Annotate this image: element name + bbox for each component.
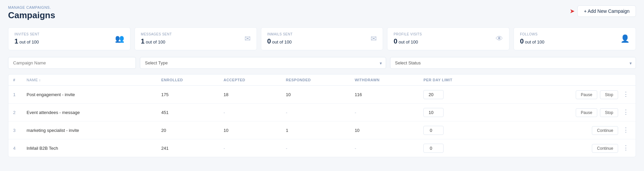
stat-label-inmails: INMAILS SENT bbox=[267, 32, 293, 36]
row-per-day bbox=[419, 104, 506, 121]
campaign-name-input[interactable] bbox=[8, 57, 136, 69]
more-options-button[interactable]: ⋮ bbox=[621, 125, 631, 134]
per-day-input[interactable] bbox=[423, 90, 444, 99]
row-responded: 1 bbox=[281, 121, 350, 139]
row-num: 2 bbox=[8, 104, 22, 121]
pause-button[interactable]: Pause bbox=[576, 108, 597, 117]
more-options-button[interactable]: ⋮ bbox=[621, 90, 631, 98]
profile-visits-icon: 👁 bbox=[496, 34, 503, 43]
select-type-dropdown[interactable]: Select Type bbox=[140, 57, 386, 69]
campaigns-table-container: # NAME ↕ ENROLLED ACCEPTED RESPONDED WIT… bbox=[8, 74, 636, 157]
col-header-enrolled: ENROLLED bbox=[157, 75, 219, 86]
col-header-per-day: PER DAY LIMIT bbox=[419, 75, 506, 86]
stat-value-messages: 1 out of 100 bbox=[141, 37, 172, 45]
pause-button[interactable]: Pause bbox=[576, 90, 597, 99]
select-type-wrapper[interactable]: Select Type bbox=[140, 57, 386, 69]
table-header-row: # NAME ↕ ENROLLED ACCEPTED RESPONDED WIT… bbox=[8, 75, 636, 86]
follows-icon: 👤 bbox=[620, 34, 630, 43]
stat-invites-sent: INVITES SENT 1 out of 100 👥 bbox=[8, 27, 130, 50]
stats-row: INVITES SENT 1 out of 100 👥 MESSAGES SEN… bbox=[8, 27, 636, 50]
row-withdrawn: 116 bbox=[350, 86, 419, 104]
stat-label-profile-visits: PROFILE VISITS bbox=[393, 32, 422, 36]
row-enrolled: 175 bbox=[157, 86, 219, 104]
col-header-actions bbox=[506, 75, 636, 86]
stat-value-profile-visits: 0 out of 100 bbox=[393, 37, 422, 45]
row-actions: Continue ⋮ bbox=[506, 139, 636, 157]
row-accepted: 18 bbox=[219, 86, 281, 104]
page-title: Campaigns bbox=[8, 10, 55, 21]
stat-messages-sent: MESSAGES SENT 1 out of 100 ✉ bbox=[135, 27, 257, 50]
col-header-num: # bbox=[8, 75, 22, 86]
sort-icon: ↕ bbox=[39, 78, 41, 82]
inmails-icon: ✉ bbox=[371, 34, 377, 43]
row-num: 3 bbox=[8, 121, 22, 139]
row-per-day bbox=[419, 86, 506, 104]
row-enrolled: 241 bbox=[157, 139, 219, 157]
stat-label-follows: FOLLOWS bbox=[520, 32, 544, 36]
row-withdrawn: 10 bbox=[350, 121, 419, 139]
row-actions: Continue ⋮ bbox=[506, 121, 636, 139]
per-day-input[interactable] bbox=[423, 108, 444, 117]
row-per-day bbox=[419, 121, 506, 139]
more-options-button[interactable]: ⋮ bbox=[621, 143, 631, 152]
row-campaign-name: Event attendees - message bbox=[22, 104, 157, 121]
row-actions: Pause Stop ⋮ bbox=[506, 86, 636, 104]
continue-button[interactable]: Continue bbox=[592, 144, 618, 153]
table-row: 1 Post engagement - invite 175 18 10 116… bbox=[8, 86, 636, 104]
stop-button[interactable]: Stop bbox=[600, 90, 618, 99]
row-campaign-name: Post engagement - invite bbox=[22, 86, 157, 104]
stop-button[interactable]: Stop bbox=[600, 108, 618, 117]
stat-follows: FOLLOWS 0 out of 100 👤 bbox=[514, 27, 636, 50]
row-enrolled: 20 bbox=[157, 121, 219, 139]
col-header-responded: RESPONDED bbox=[281, 75, 350, 86]
row-responded: 10 bbox=[281, 86, 350, 104]
select-status-dropdown[interactable]: Select Status bbox=[390, 57, 636, 69]
per-day-input[interactable] bbox=[423, 126, 444, 135]
invites-icon: 👥 bbox=[115, 34, 124, 43]
col-header-accepted: ACCEPTED bbox=[219, 75, 281, 86]
row-withdrawn: - bbox=[350, 104, 419, 121]
row-accepted: - bbox=[219, 139, 281, 157]
more-options-button[interactable]: ⋮ bbox=[621, 108, 631, 116]
manage-label: MANAGE CAMPAIGNS. bbox=[8, 5, 55, 9]
col-header-name: NAME ↕ bbox=[22, 75, 157, 86]
continue-button[interactable]: Continue bbox=[592, 126, 618, 135]
per-day-input[interactable] bbox=[423, 144, 444, 153]
row-withdrawn: - bbox=[350, 139, 419, 157]
row-responded: - bbox=[281, 139, 350, 157]
select-status-wrapper[interactable]: Select Status bbox=[390, 57, 636, 69]
row-accepted: 10 bbox=[219, 121, 281, 139]
row-responded: - bbox=[281, 104, 350, 121]
add-campaign-button[interactable]: + Add New Campaign bbox=[577, 5, 636, 17]
stat-value-follows: 0 out of 100 bbox=[520, 37, 544, 45]
row-accepted: - bbox=[219, 104, 281, 121]
table-row: 2 Event attendees - message 451 - - - Pa… bbox=[8, 104, 636, 121]
messages-icon: ✉ bbox=[244, 34, 251, 43]
stat-value-inmails: 0 out of 100 bbox=[267, 37, 293, 45]
stat-label-invites: INVITES SENT bbox=[14, 32, 39, 36]
row-campaign-name: InMail B2B Tech bbox=[22, 139, 157, 157]
row-enrolled: 451 bbox=[157, 104, 219, 121]
filters-row: Select Type Select Status bbox=[8, 57, 636, 69]
row-campaign-name: marketing specialist - invite bbox=[22, 121, 157, 139]
stat-value-invites: 1 out of 100 bbox=[14, 37, 39, 45]
table-row: 3 marketing specialist - invite 20 10 1 … bbox=[8, 121, 636, 139]
col-header-withdrawn: WITHDRAWN bbox=[350, 75, 419, 86]
table-row: 4 InMail B2B Tech 241 - - - Continue ⋮ bbox=[8, 139, 636, 157]
row-actions: Pause Stop ⋮ bbox=[506, 104, 636, 121]
stat-inmails-sent: INMAILS SENT 0 out of 100 ✉ bbox=[261, 27, 383, 50]
stat-label-messages: MESSAGES SENT bbox=[141, 32, 172, 36]
row-per-day bbox=[419, 139, 506, 157]
row-num: 4 bbox=[8, 139, 22, 157]
arrow-icon: ➤ bbox=[570, 7, 575, 15]
stat-profile-visits: PROFILE VISITS 0 out of 100 👁 bbox=[387, 27, 509, 50]
campaigns-table: # NAME ↕ ENROLLED ACCEPTED RESPONDED WIT… bbox=[8, 75, 636, 157]
row-num: 1 bbox=[8, 86, 22, 104]
